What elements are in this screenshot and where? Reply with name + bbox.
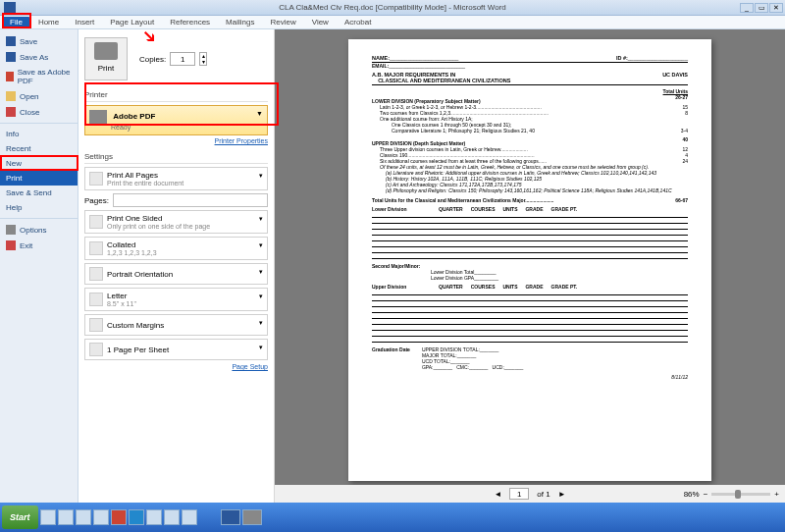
margins-icon bbox=[89, 318, 103, 332]
nav-save[interactable]: Save bbox=[0, 33, 78, 49]
ribbon-tabs: File Home Insert Page Layout References … bbox=[0, 16, 785, 29]
chevron-down-icon: ▾ bbox=[259, 241, 263, 249]
copies-spinner[interactable]: ▴▾ bbox=[199, 52, 207, 66]
sides-selector[interactable]: Print One SidedOnly print on one side of… bbox=[84, 210, 268, 234]
nav-close[interactable]: Close bbox=[0, 104, 78, 120]
open-icon bbox=[6, 91, 16, 101]
taskbar-app[interactable] bbox=[242, 509, 262, 525]
collate-icon bbox=[89, 241, 103, 255]
zoom-slider[interactable] bbox=[711, 493, 770, 496]
onesided-icon bbox=[89, 215, 103, 229]
tab-home[interactable]: Home bbox=[30, 17, 67, 27]
pdf-icon bbox=[6, 72, 14, 81]
restore-button[interactable]: ▭ bbox=[755, 3, 768, 13]
taskbar-icon[interactable] bbox=[129, 509, 144, 525]
page-setup-link[interactable]: Page Setup bbox=[84, 363, 268, 370]
collate-selector[interactable]: Collated1,2,3 1,2,3 1,2,3 ▾ bbox=[84, 237, 268, 260]
nav-print[interactable]: Print bbox=[0, 171, 78, 186]
chevron-down-icon: ▾ bbox=[259, 293, 263, 300]
nav-save-as[interactable]: Save As bbox=[0, 49, 78, 65]
printer-properties-link[interactable]: Printer Properties bbox=[84, 137, 268, 144]
close-icon bbox=[6, 107, 16, 117]
pages-label: Pages: bbox=[84, 196, 109, 205]
tab-insert[interactable]: Insert bbox=[67, 17, 102, 27]
nav-save-pdf[interactable]: Save as Adobe PDF bbox=[0, 65, 78, 88]
zoom-in-button[interactable]: + bbox=[774, 490, 779, 499]
orientation-selector[interactable]: Portrait Orientation ▾ bbox=[84, 263, 268, 285]
margins-selector[interactable]: Custom Margins ▾ bbox=[84, 314, 268, 336]
pps-icon bbox=[89, 343, 103, 356]
nav-open[interactable]: Open bbox=[0, 88, 78, 104]
chevron-down-icon: ▾ bbox=[259, 215, 263, 223]
document-page: NAME:_______________________ID #:_______… bbox=[348, 39, 711, 481]
windows-taskbar: Start bbox=[0, 503, 785, 532]
letter-icon bbox=[89, 293, 103, 306]
taskbar-icon[interactable] bbox=[76, 509, 91, 525]
zoom-label: 86% bbox=[684, 490, 700, 499]
chevron-down-icon: ▾ bbox=[259, 344, 263, 351]
nav-save-send[interactable]: Save & Send bbox=[0, 186, 78, 200]
chevron-down-icon: ▾ bbox=[259, 268, 263, 276]
taskbar-icon[interactable] bbox=[164, 509, 180, 525]
exit-icon bbox=[6, 240, 16, 250]
options-icon bbox=[6, 225, 16, 235]
page-input[interactable] bbox=[509, 488, 529, 500]
portrait-icon bbox=[89, 267, 103, 281]
window-title: CLA Cla&Med Civ Req.doc [Compatibility M… bbox=[279, 3, 506, 12]
page-of-label: of 1 bbox=[537, 490, 550, 499]
save-icon bbox=[6, 36, 16, 46]
preview-pager: ◄ of 1 ► 86% − + bbox=[275, 485, 785, 503]
next-page-button[interactable]: ► bbox=[558, 490, 566, 499]
taskbar-icon[interactable] bbox=[146, 509, 162, 525]
taskbar-icon[interactable] bbox=[93, 509, 109, 525]
highlight-printer bbox=[84, 82, 279, 126]
nav-info[interactable]: Info bbox=[0, 127, 78, 141]
highlight-print-nav bbox=[0, 155, 78, 171]
pages-icon bbox=[89, 172, 103, 186]
copies-input[interactable] bbox=[170, 52, 195, 66]
pages-per-sheet-selector[interactable]: 1 Page Per Sheet ▾ bbox=[84, 339, 268, 360]
nav-exit[interactable]: Exit bbox=[0, 238, 78, 253]
taskbar-icon[interactable] bbox=[182, 509, 197, 525]
word-icon bbox=[4, 2, 16, 14]
chevron-down-icon: ▾ bbox=[259, 319, 263, 327]
nav-recent[interactable]: Recent bbox=[0, 141, 78, 156]
zoom-out-button[interactable]: − bbox=[704, 490, 708, 499]
paper-size-selector[interactable]: Letter8.5" x 11" ▾ bbox=[84, 288, 268, 311]
settings-header: Settings bbox=[84, 150, 268, 164]
title-bar: CLA Cla&Med Civ Req.doc [Compatibility M… bbox=[0, 0, 785, 16]
taskbar-icon[interactable] bbox=[40, 509, 56, 525]
taskbar-icon[interactable] bbox=[58, 509, 74, 525]
chevron-down-icon: ▾ bbox=[259, 172, 263, 180]
taskbar-icon[interactable] bbox=[111, 509, 127, 525]
print-button[interactable]: Print bbox=[84, 37, 128, 80]
print-range-selector[interactable]: Print All PagesPrint the entire document… bbox=[84, 167, 268, 190]
backstage-nav: Save Save As Save as Adobe PDF Open Clos… bbox=[0, 29, 78, 503]
tab-references[interactable]: References bbox=[162, 17, 218, 27]
highlight-file-tab bbox=[2, 13, 31, 28]
nav-help[interactable]: Help bbox=[0, 200, 78, 215]
close-button[interactable]: ✕ bbox=[769, 3, 783, 13]
tab-acrobat[interactable]: Acrobat bbox=[337, 17, 380, 27]
taskbar-app[interactable] bbox=[221, 509, 240, 525]
print-preview: NAME:_______________________ID #:_______… bbox=[275, 29, 785, 503]
minimize-button[interactable]: _ bbox=[740, 3, 754, 13]
tab-mailings[interactable]: Mailings bbox=[218, 17, 262, 27]
nav-options[interactable]: Options bbox=[0, 222, 78, 238]
saveas-icon bbox=[6, 52, 16, 62]
copies-label: Copies: bbox=[139, 55, 166, 64]
tab-review[interactable]: Review bbox=[262, 17, 303, 27]
start-button[interactable]: Start bbox=[2, 505, 38, 529]
tab-view[interactable]: View bbox=[304, 17, 337, 27]
pages-input[interactable] bbox=[113, 193, 268, 207]
prev-page-button[interactable]: ◄ bbox=[494, 490, 501, 499]
